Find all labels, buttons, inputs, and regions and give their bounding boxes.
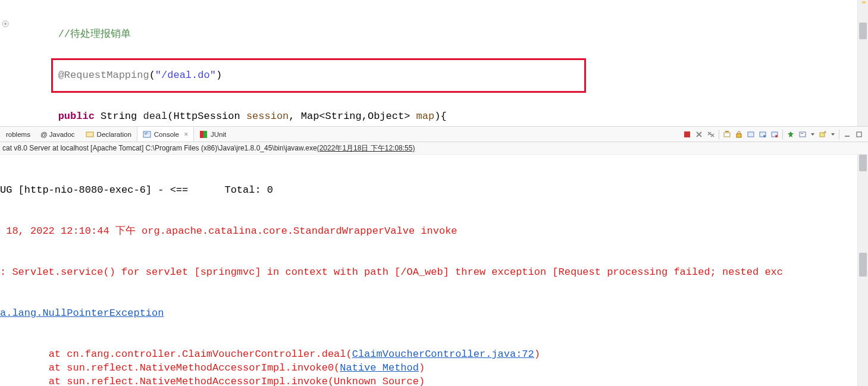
code-text: String — [95, 111, 143, 122]
svg-rect-15 — [724, 133, 730, 137]
stacktrace-link[interactable]: ClaimVoucherController.java:72 — [352, 349, 534, 360]
console-icon — [142, 130, 152, 139]
console-process-label: cat v8.0 Server at localhost [Apache Tom… — [0, 142, 868, 155]
scroll-thumb[interactable] — [859, 155, 867, 171]
console-text: 18, 2022 12:10:44 — [0, 225, 115, 237]
show-on-stderr-button[interactable] — [769, 129, 780, 140]
svg-point-1 — [4, 23, 7, 25]
maximize-button[interactable] — [854, 129, 864, 140]
console-scrollbar[interactable] — [857, 155, 868, 386]
stacktrace-text: at sun.reflect.NativeMethodAccessorImpl.… — [0, 362, 340, 374]
tab-declaration[interactable]: Declaration — [80, 127, 137, 142]
console-pane: UG [http-nio-8080-exec-6] - <== Total: 0… — [0, 155, 868, 386]
show-on-stdout-button[interactable] — [757, 129, 768, 140]
svg-rect-26 — [845, 136, 850, 137]
svg-rect-24 — [801, 133, 803, 134]
svg-rect-27 — [857, 132, 861, 137]
tab-label: Declaration — [97, 131, 131, 138]
scroll-thumb[interactable] — [859, 253, 867, 277]
code-text: Map<String,Object> — [301, 111, 416, 122]
code-string: "/deal.do" — [155, 70, 216, 81]
console-process-time: (2022年1月18日 下午12:08:55) — [317, 143, 415, 153]
svg-rect-18 — [748, 132, 754, 137]
code-text: , — [289, 111, 300, 122]
junit-icon — [199, 130, 208, 139]
svg-rect-5 — [145, 134, 147, 134]
code-annotation: @RequestMapping — [58, 70, 149, 81]
svg-rect-23 — [800, 132, 806, 137]
exception-link[interactable]: a.lang.NullPointerException — [0, 307, 164, 319]
code-text: ) — [216, 70, 222, 81]
stacktrace-line: at cn.fang.controller.ClaimVoucherContro… — [0, 347, 857, 361]
stacktrace-line: at sun.reflect.NativeMethodAccessorImpl.… — [0, 375, 857, 386]
console-text: 下午 — [115, 225, 142, 237]
tab-junit[interactable]: JUnit — [194, 127, 231, 142]
console-output[interactable]: UG [http-nio-8080-exec-6] - <== Total: 0… — [0, 156, 857, 386]
terminate-button[interactable] — [682, 129, 692, 140]
code-text: ( — [167, 111, 173, 122]
svg-rect-6 — [200, 131, 203, 138]
minimize-button[interactable] — [842, 129, 853, 140]
editor-scrollbar[interactable] — [857, 0, 868, 126]
console-toolbar — [682, 129, 868, 140]
console-text: org.apache.catalina.core.StandardWrapper… — [142, 225, 457, 237]
editor-pane: //待处理报销单 @RequestMapping("/deal.do") pub… — [0, 0, 868, 126]
remove-launch-button[interactable] — [694, 129, 704, 140]
display-selected-button[interactable] — [797, 129, 808, 140]
stacktrace-link[interactable]: Native Method — [340, 362, 419, 374]
overview-marker[interactable] — [862, 1, 866, 4]
stacktrace-text: ) — [419, 362, 425, 374]
svg-point-22 — [775, 135, 778, 137]
stacktrace-text: ) — [534, 349, 540, 360]
code-text: session — [246, 111, 289, 122]
quickfix-icon[interactable] — [1, 19, 10, 29]
svg-rect-7 — [203, 131, 207, 138]
toolbar-separator — [839, 130, 839, 139]
svg-rect-17 — [737, 134, 741, 137]
code-area[interactable]: //待处理报销单 @RequestMapping("/deal.do") pub… — [10, 0, 857, 126]
tab-label: @ Javadoc — [40, 131, 75, 138]
view-tab-bar: roblems @ Javadoc Declaration Console ✕ … — [0, 126, 868, 142]
code-text: ( — [149, 70, 155, 81]
scroll-lock-button[interactable] — [734, 129, 744, 140]
open-console-button[interactable] — [817, 129, 828, 140]
tab-label: roblems — [6, 131, 30, 138]
toolbar-separator — [719, 130, 719, 139]
stacktrace-text: at sun.reflect.NativeMethodAccessorImpl.… — [0, 376, 425, 386]
tab-javadoc[interactable]: @ Javadoc — [36, 127, 80, 142]
console-line: : Servlet.service() for servlet [springm… — [0, 265, 857, 279]
tab-label: Console — [154, 131, 179, 138]
stacktrace-line: at sun.reflect.NativeMethodAccessorImpl.… — [0, 361, 857, 375]
word-wrap-button[interactable] — [745, 129, 756, 140]
console-line: UG [http-nio-8080-exec-6] - <== Total: 0 — [0, 183, 857, 197]
svg-rect-4 — [145, 133, 148, 133]
console-line: 18, 2022 12:10:44 下午 org.apache.catalina… — [0, 224, 857, 238]
svg-rect-8 — [684, 131, 690, 137]
code-text: deal — [143, 111, 167, 122]
pin-console-button[interactable] — [785, 129, 796, 140]
code-comment: //待处理报销单 — [58, 29, 131, 40]
code-text: map — [416, 111, 435, 122]
console-process-path: cat v8.0 Server at localhost [Apache Tom… — [2, 144, 317, 152]
tab-label: JUnit — [211, 131, 226, 138]
svg-point-20 — [763, 135, 766, 137]
dropdown-arrow[interactable] — [829, 129, 836, 140]
tab-console[interactable]: Console ✕ — [137, 127, 194, 142]
code-text: ){ — [434, 111, 446, 122]
svg-rect-2 — [86, 132, 93, 137]
dropdown-arrow[interactable] — [809, 129, 816, 140]
declaration-icon — [85, 130, 95, 139]
stacktrace-text: at cn.fang.controller.ClaimVoucherContro… — [0, 349, 352, 360]
toolbar-separator — [782, 130, 783, 139]
clear-console-button[interactable] — [722, 129, 732, 140]
tab-problems[interactable]: roblems — [1, 127, 36, 142]
close-icon[interactable]: ✕ — [184, 131, 189, 137]
code-text: HttpSession — [173, 111, 246, 122]
remove-all-button[interactable] — [706, 129, 716, 140]
code-keyword: public — [58, 111, 95, 122]
editor-gutter — [0, 0, 10, 126]
scroll-thumb[interactable] — [859, 23, 867, 39]
